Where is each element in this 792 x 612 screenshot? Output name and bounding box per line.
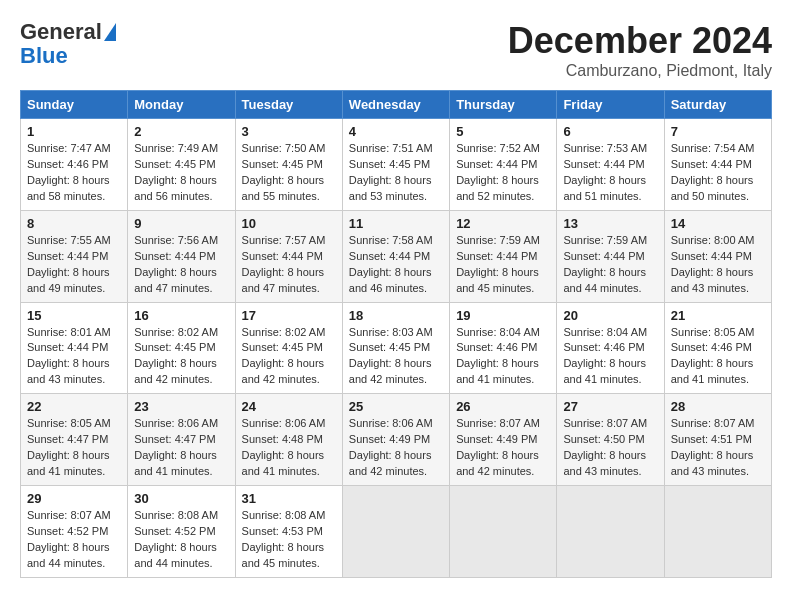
calendar-cell: 15 Sunrise: 8:01 AM Sunset: 4:44 PM Dayl… — [21, 302, 128, 394]
calendar-cell: 17 Sunrise: 8:02 AM Sunset: 4:45 PM Dayl… — [235, 302, 342, 394]
calendar-cell: 27 Sunrise: 8:07 AM Sunset: 4:50 PM Dayl… — [557, 394, 664, 486]
day-info: Sunrise: 7:52 AM Sunset: 4:44 PM Dayligh… — [456, 142, 540, 202]
weekday-header: Wednesday — [342, 91, 449, 119]
weekday-header: Monday — [128, 91, 235, 119]
logo-general: General — [20, 19, 102, 44]
day-info: Sunrise: 7:58 AM Sunset: 4:44 PM Dayligh… — [349, 234, 433, 294]
day-number: 5 — [456, 124, 550, 139]
calendar-cell: 31 Sunrise: 8:08 AM Sunset: 4:53 PM Dayl… — [235, 486, 342, 578]
calendar-week-row: 29 Sunrise: 8:07 AM Sunset: 4:52 PM Dayl… — [21, 486, 772, 578]
calendar-cell: 28 Sunrise: 8:07 AM Sunset: 4:51 PM Dayl… — [664, 394, 771, 486]
calendar-week-row: 1 Sunrise: 7:47 AM Sunset: 4:46 PM Dayli… — [21, 119, 772, 211]
day-number: 17 — [242, 308, 336, 323]
day-number: 23 — [134, 399, 228, 414]
day-info: Sunrise: 8:06 AM Sunset: 4:48 PM Dayligh… — [242, 417, 326, 477]
logo: General Blue — [20, 20, 116, 68]
calendar-cell: 23 Sunrise: 8:06 AM Sunset: 4:47 PM Dayl… — [128, 394, 235, 486]
calendar-week-row: 8 Sunrise: 7:55 AM Sunset: 4:44 PM Dayli… — [21, 210, 772, 302]
calendar-cell: 26 Sunrise: 8:07 AM Sunset: 4:49 PM Dayl… — [450, 394, 557, 486]
day-info: Sunrise: 8:07 AM Sunset: 4:52 PM Dayligh… — [27, 509, 111, 569]
calendar-cell: 10 Sunrise: 7:57 AM Sunset: 4:44 PM Dayl… — [235, 210, 342, 302]
day-info: Sunrise: 8:00 AM Sunset: 4:44 PM Dayligh… — [671, 234, 755, 294]
day-info: Sunrise: 8:06 AM Sunset: 4:47 PM Dayligh… — [134, 417, 218, 477]
calendar-cell: 18 Sunrise: 8:03 AM Sunset: 4:45 PM Dayl… — [342, 302, 449, 394]
day-number: 30 — [134, 491, 228, 506]
weekday-header: Saturday — [664, 91, 771, 119]
calendar-cell: 24 Sunrise: 8:06 AM Sunset: 4:48 PM Dayl… — [235, 394, 342, 486]
day-info: Sunrise: 7:49 AM Sunset: 4:45 PM Dayligh… — [134, 142, 218, 202]
calendar-cell: 7 Sunrise: 7:54 AM Sunset: 4:44 PM Dayli… — [664, 119, 771, 211]
calendar-cell: 22 Sunrise: 8:05 AM Sunset: 4:47 PM Dayl… — [21, 394, 128, 486]
calendar-cell — [342, 486, 449, 578]
calendar-cell: 8 Sunrise: 7:55 AM Sunset: 4:44 PM Dayli… — [21, 210, 128, 302]
day-number: 10 — [242, 216, 336, 231]
day-number: 26 — [456, 399, 550, 414]
calendar-cell: 29 Sunrise: 8:07 AM Sunset: 4:52 PM Dayl… — [21, 486, 128, 578]
day-number: 13 — [563, 216, 657, 231]
day-info: Sunrise: 8:08 AM Sunset: 4:53 PM Dayligh… — [242, 509, 326, 569]
day-number: 31 — [242, 491, 336, 506]
calendar-cell: 2 Sunrise: 7:49 AM Sunset: 4:45 PM Dayli… — [128, 119, 235, 211]
day-number: 1 — [27, 124, 121, 139]
calendar-cell: 6 Sunrise: 7:53 AM Sunset: 4:44 PM Dayli… — [557, 119, 664, 211]
day-info: Sunrise: 8:02 AM Sunset: 4:45 PM Dayligh… — [242, 326, 326, 386]
day-number: 20 — [563, 308, 657, 323]
calendar-cell: 12 Sunrise: 7:59 AM Sunset: 4:44 PM Dayl… — [450, 210, 557, 302]
day-number: 19 — [456, 308, 550, 323]
day-number: 22 — [27, 399, 121, 414]
day-info: Sunrise: 8:04 AM Sunset: 4:46 PM Dayligh… — [456, 326, 540, 386]
calendar-cell: 4 Sunrise: 7:51 AM Sunset: 4:45 PM Dayli… — [342, 119, 449, 211]
day-info: Sunrise: 8:08 AM Sunset: 4:52 PM Dayligh… — [134, 509, 218, 569]
day-info: Sunrise: 8:05 AM Sunset: 4:47 PM Dayligh… — [27, 417, 111, 477]
day-number: 9 — [134, 216, 228, 231]
day-number: 11 — [349, 216, 443, 231]
calendar-cell: 21 Sunrise: 8:05 AM Sunset: 4:46 PM Dayl… — [664, 302, 771, 394]
day-info: Sunrise: 8:07 AM Sunset: 4:51 PM Dayligh… — [671, 417, 755, 477]
calendar-week-row: 15 Sunrise: 8:01 AM Sunset: 4:44 PM Dayl… — [21, 302, 772, 394]
day-number: 7 — [671, 124, 765, 139]
calendar-cell: 11 Sunrise: 7:58 AM Sunset: 4:44 PM Dayl… — [342, 210, 449, 302]
weekday-header: Tuesday — [235, 91, 342, 119]
weekday-header: Thursday — [450, 91, 557, 119]
day-info: Sunrise: 8:03 AM Sunset: 4:45 PM Dayligh… — [349, 326, 433, 386]
day-info: Sunrise: 7:50 AM Sunset: 4:45 PM Dayligh… — [242, 142, 326, 202]
day-number: 29 — [27, 491, 121, 506]
day-info: Sunrise: 7:59 AM Sunset: 4:44 PM Dayligh… — [563, 234, 647, 294]
logo-text: General — [20, 20, 102, 44]
day-info: Sunrise: 8:04 AM Sunset: 4:46 PM Dayligh… — [563, 326, 647, 386]
day-number: 3 — [242, 124, 336, 139]
day-number: 4 — [349, 124, 443, 139]
weekday-header: Sunday — [21, 91, 128, 119]
logo-arrow-icon — [104, 23, 116, 41]
title-block: December 2024 Camburzano, Piedmont, Ital… — [508, 20, 772, 80]
day-info: Sunrise: 7:51 AM Sunset: 4:45 PM Dayligh… — [349, 142, 433, 202]
calendar-cell: 1 Sunrise: 7:47 AM Sunset: 4:46 PM Dayli… — [21, 119, 128, 211]
calendar-table: SundayMondayTuesdayWednesdayThursdayFrid… — [20, 90, 772, 578]
calendar-cell — [664, 486, 771, 578]
weekday-header: Friday — [557, 91, 664, 119]
day-info: Sunrise: 8:02 AM Sunset: 4:45 PM Dayligh… — [134, 326, 218, 386]
day-number: 2 — [134, 124, 228, 139]
calendar-cell: 20 Sunrise: 8:04 AM Sunset: 4:46 PM Dayl… — [557, 302, 664, 394]
day-number: 8 — [27, 216, 121, 231]
calendar-cell: 16 Sunrise: 8:02 AM Sunset: 4:45 PM Dayl… — [128, 302, 235, 394]
day-number: 27 — [563, 399, 657, 414]
calendar-cell: 30 Sunrise: 8:08 AM Sunset: 4:52 PM Dayl… — [128, 486, 235, 578]
day-number: 6 — [563, 124, 657, 139]
day-number: 12 — [456, 216, 550, 231]
calendar-week-row: 22 Sunrise: 8:05 AM Sunset: 4:47 PM Dayl… — [21, 394, 772, 486]
calendar-cell: 19 Sunrise: 8:04 AM Sunset: 4:46 PM Dayl… — [450, 302, 557, 394]
day-number: 18 — [349, 308, 443, 323]
day-info: Sunrise: 7:59 AM Sunset: 4:44 PM Dayligh… — [456, 234, 540, 294]
calendar-cell — [450, 486, 557, 578]
weekday-header-row: SundayMondayTuesdayWednesdayThursdayFrid… — [21, 91, 772, 119]
calendar-subtitle: Camburzano, Piedmont, Italy — [508, 62, 772, 80]
calendar-title: December 2024 — [508, 20, 772, 62]
calendar-cell: 25 Sunrise: 8:06 AM Sunset: 4:49 PM Dayl… — [342, 394, 449, 486]
day-info: Sunrise: 8:06 AM Sunset: 4:49 PM Dayligh… — [349, 417, 433, 477]
calendar-cell: 9 Sunrise: 7:56 AM Sunset: 4:44 PM Dayli… — [128, 210, 235, 302]
day-info: Sunrise: 8:07 AM Sunset: 4:50 PM Dayligh… — [563, 417, 647, 477]
day-info: Sunrise: 7:53 AM Sunset: 4:44 PM Dayligh… — [563, 142, 647, 202]
calendar-cell: 5 Sunrise: 7:52 AM Sunset: 4:44 PM Dayli… — [450, 119, 557, 211]
logo-blue: Blue — [20, 44, 68, 68]
